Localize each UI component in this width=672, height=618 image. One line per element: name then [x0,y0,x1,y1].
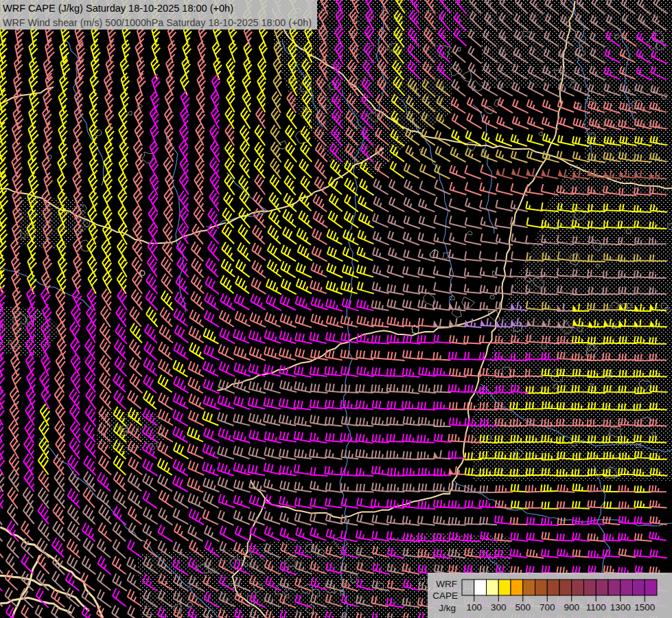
svg-text:1300: 1300 [610,602,631,613]
svg-text:900: 900 [564,602,579,613]
svg-text:300: 300 [491,602,507,613]
svg-text:WRF Wind shear (m/s) 500/1000h: WRF Wind shear (m/s) 500/1000hPa Saturda… [3,16,312,28]
svg-text:100: 100 [466,602,482,613]
svg-text:1100: 1100 [586,602,606,613]
svg-text:CAPE: CAPE [432,591,458,601]
svg-text:J/kg: J/kg [439,603,456,613]
svg-text:WRF CAPE (J/kg) Saturday 18-10: WRF CAPE (J/kg) Saturday 18-10-2025 18:0… [3,2,233,14]
svg-text:1500: 1500 [634,602,655,613]
svg-text:700: 700 [540,602,555,613]
svg-text:WRF: WRF [436,579,457,589]
svg-text:500: 500 [515,602,531,613]
